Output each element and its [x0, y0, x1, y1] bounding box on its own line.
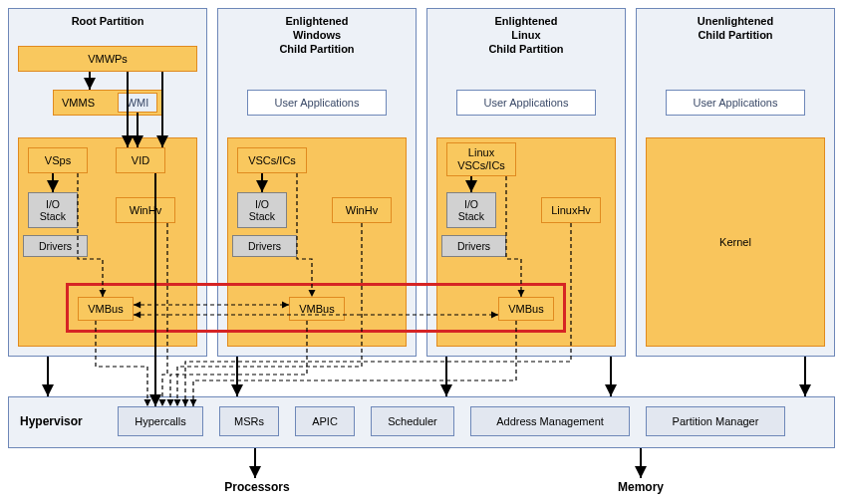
user-apps-win: User Applications	[247, 90, 387, 116]
address-management-box: Address Management	[470, 406, 630, 436]
apic-box: APIC	[295, 406, 355, 436]
io-stack-lin: I/O Stack	[446, 192, 496, 228]
drivers-win: Drivers	[232, 235, 297, 257]
linuxhv-box: LinuxHv	[541, 197, 601, 223]
linux-child-partition-title: Enlightened Linux Child Partition	[427, 15, 625, 56]
winhv-root: WinHv	[116, 197, 175, 223]
drivers-lin: Drivers	[441, 235, 506, 257]
vid-box: VID	[116, 147, 165, 173]
io-stack-root: I/O Stack	[28, 192, 78, 228]
user-apps-unen: User Applications	[666, 90, 805, 116]
scheduler-box: Scheduler	[371, 406, 454, 436]
linux-vscs-ics: Linux VSCs/ICs	[446, 142, 516, 176]
drivers-root: Drivers	[23, 235, 88, 257]
vmwps-box: VMWPs	[18, 46, 197, 72]
processors-label: Processors	[207, 480, 307, 494]
windows-child-partition-title: Enlightened Windows Child Partition	[218, 15, 416, 56]
msrs-box: MSRs	[219, 406, 279, 436]
vscs-ics-win: VSCs/ICs	[237, 147, 307, 173]
wmi-box: WMI	[118, 93, 157, 113]
vmbus-lin: VMBus	[498, 297, 554, 321]
root-partition-title: Root Partition	[9, 15, 206, 29]
kernel-box: Kernel	[646, 137, 825, 347]
vmbus-win: VMBus	[289, 297, 345, 321]
winhv-win: WinHv	[332, 197, 392, 223]
memory-label: Memory	[601, 480, 681, 494]
partition-manager-box: Partition Manager	[646, 406, 785, 436]
unenlightened-child-partition-title: Unenlightened Child Partition	[637, 15, 834, 43]
vmbus-root: VMBus	[78, 297, 134, 321]
hypercalls-box: Hypercalls	[118, 406, 203, 436]
hypervisor-label: Hypervisor	[20, 414, 83, 428]
vsps-box: VSps	[28, 147, 88, 173]
diagram-stage: Root Partition Enlightened Windows Child…	[8, 8, 835, 496]
vmms-label: VMMS	[62, 97, 95, 109]
user-apps-lin: User Applications	[456, 90, 596, 116]
io-stack-win: I/O Stack	[237, 192, 287, 228]
kernel-label: Kernel	[719, 236, 751, 248]
